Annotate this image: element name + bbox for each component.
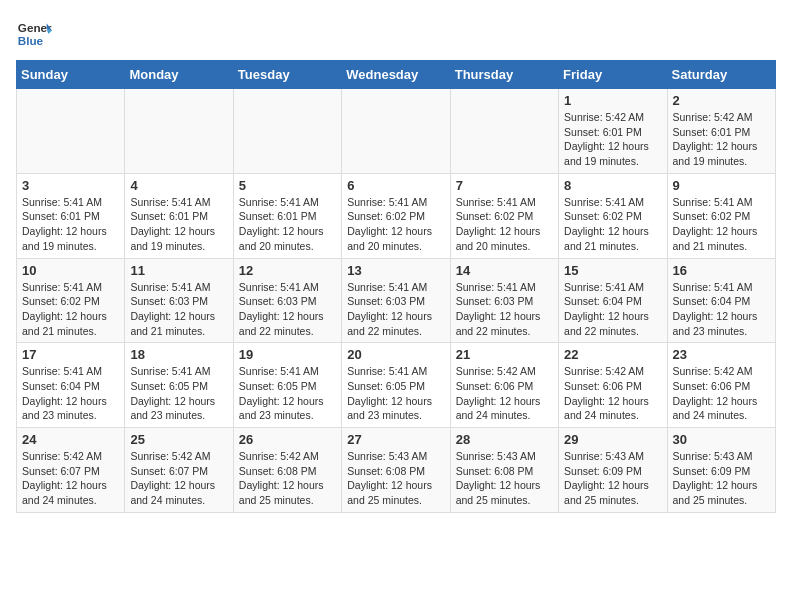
day-info: Sunrise: 5:42 AM Sunset: 6:01 PM Dayligh…: [564, 110, 661, 169]
day-cell-14: 14Sunrise: 5:41 AM Sunset: 6:03 PM Dayli…: [450, 258, 558, 343]
day-info: Sunrise: 5:41 AM Sunset: 6:03 PM Dayligh…: [130, 280, 227, 339]
day-number: 27: [347, 432, 444, 447]
day-cell-3: 3Sunrise: 5:41 AM Sunset: 6:01 PM Daylig…: [17, 173, 125, 258]
calendar-table: SundayMondayTuesdayWednesdayThursdayFrid…: [16, 60, 776, 513]
day-info: Sunrise: 5:41 AM Sunset: 6:02 PM Dayligh…: [347, 195, 444, 254]
day-cell-28: 28Sunrise: 5:43 AM Sunset: 6:08 PM Dayli…: [450, 428, 558, 513]
day-number: 16: [673, 263, 770, 278]
day-info: Sunrise: 5:41 AM Sunset: 6:01 PM Dayligh…: [130, 195, 227, 254]
day-info: Sunrise: 5:41 AM Sunset: 6:02 PM Dayligh…: [673, 195, 770, 254]
day-cell-20: 20Sunrise: 5:41 AM Sunset: 6:05 PM Dayli…: [342, 343, 450, 428]
day-info: Sunrise: 5:42 AM Sunset: 6:07 PM Dayligh…: [130, 449, 227, 508]
day-info: Sunrise: 5:42 AM Sunset: 6:06 PM Dayligh…: [673, 364, 770, 423]
day-cell-6: 6Sunrise: 5:41 AM Sunset: 6:02 PM Daylig…: [342, 173, 450, 258]
page-header: General Blue: [16, 16, 776, 52]
weekday-header-tuesday: Tuesday: [233, 61, 341, 89]
day-info: Sunrise: 5:41 AM Sunset: 6:01 PM Dayligh…: [22, 195, 119, 254]
day-cell-25: 25Sunrise: 5:42 AM Sunset: 6:07 PM Dayli…: [125, 428, 233, 513]
day-cell-24: 24Sunrise: 5:42 AM Sunset: 6:07 PM Dayli…: [17, 428, 125, 513]
day-info: Sunrise: 5:41 AM Sunset: 6:02 PM Dayligh…: [456, 195, 553, 254]
day-info: Sunrise: 5:41 AM Sunset: 6:04 PM Dayligh…: [22, 364, 119, 423]
day-cell-27: 27Sunrise: 5:43 AM Sunset: 6:08 PM Dayli…: [342, 428, 450, 513]
week-row-5: 24Sunrise: 5:42 AM Sunset: 6:07 PM Dayli…: [17, 428, 776, 513]
day-number: 14: [456, 263, 553, 278]
day-info: Sunrise: 5:41 AM Sunset: 6:05 PM Dayligh…: [239, 364, 336, 423]
day-info: Sunrise: 5:42 AM Sunset: 6:01 PM Dayligh…: [673, 110, 770, 169]
day-info: Sunrise: 5:42 AM Sunset: 6:06 PM Dayligh…: [456, 364, 553, 423]
day-number: 8: [564, 178, 661, 193]
day-number: 9: [673, 178, 770, 193]
day-number: 21: [456, 347, 553, 362]
empty-cell: [342, 89, 450, 174]
day-info: Sunrise: 5:41 AM Sunset: 6:02 PM Dayligh…: [564, 195, 661, 254]
day-cell-9: 9Sunrise: 5:41 AM Sunset: 6:02 PM Daylig…: [667, 173, 775, 258]
svg-text:Blue: Blue: [18, 34, 44, 47]
day-number: 18: [130, 347, 227, 362]
week-row-3: 10Sunrise: 5:41 AM Sunset: 6:02 PM Dayli…: [17, 258, 776, 343]
day-cell-19: 19Sunrise: 5:41 AM Sunset: 6:05 PM Dayli…: [233, 343, 341, 428]
day-number: 10: [22, 263, 119, 278]
day-number: 7: [456, 178, 553, 193]
day-number: 25: [130, 432, 227, 447]
day-cell-12: 12Sunrise: 5:41 AM Sunset: 6:03 PM Dayli…: [233, 258, 341, 343]
day-cell-17: 17Sunrise: 5:41 AM Sunset: 6:04 PM Dayli…: [17, 343, 125, 428]
day-cell-10: 10Sunrise: 5:41 AM Sunset: 6:02 PM Dayli…: [17, 258, 125, 343]
weekday-header-saturday: Saturday: [667, 61, 775, 89]
weekday-header-thursday: Thursday: [450, 61, 558, 89]
day-cell-13: 13Sunrise: 5:41 AM Sunset: 6:03 PM Dayli…: [342, 258, 450, 343]
weekday-header-sunday: Sunday: [17, 61, 125, 89]
day-info: Sunrise: 5:41 AM Sunset: 6:02 PM Dayligh…: [22, 280, 119, 339]
day-cell-11: 11Sunrise: 5:41 AM Sunset: 6:03 PM Dayli…: [125, 258, 233, 343]
day-info: Sunrise: 5:41 AM Sunset: 6:03 PM Dayligh…: [239, 280, 336, 339]
day-number: 26: [239, 432, 336, 447]
day-cell-16: 16Sunrise: 5:41 AM Sunset: 6:04 PM Dayli…: [667, 258, 775, 343]
logo: General Blue: [16, 16, 52, 52]
week-row-1: 1Sunrise: 5:42 AM Sunset: 6:01 PM Daylig…: [17, 89, 776, 174]
day-cell-30: 30Sunrise: 5:43 AM Sunset: 6:09 PM Dayli…: [667, 428, 775, 513]
day-info: Sunrise: 5:41 AM Sunset: 6:01 PM Dayligh…: [239, 195, 336, 254]
day-info: Sunrise: 5:41 AM Sunset: 6:03 PM Dayligh…: [456, 280, 553, 339]
day-number: 4: [130, 178, 227, 193]
day-number: 20: [347, 347, 444, 362]
day-cell-29: 29Sunrise: 5:43 AM Sunset: 6:09 PM Dayli…: [559, 428, 667, 513]
day-cell-18: 18Sunrise: 5:41 AM Sunset: 6:05 PM Dayli…: [125, 343, 233, 428]
logo-icon: General Blue: [16, 16, 52, 52]
day-info: Sunrise: 5:42 AM Sunset: 6:07 PM Dayligh…: [22, 449, 119, 508]
empty-cell: [233, 89, 341, 174]
day-number: 12: [239, 263, 336, 278]
empty-cell: [450, 89, 558, 174]
day-info: Sunrise: 5:43 AM Sunset: 6:09 PM Dayligh…: [564, 449, 661, 508]
day-info: Sunrise: 5:41 AM Sunset: 6:04 PM Dayligh…: [564, 280, 661, 339]
day-number: 11: [130, 263, 227, 278]
day-cell-4: 4Sunrise: 5:41 AM Sunset: 6:01 PM Daylig…: [125, 173, 233, 258]
week-row-2: 3Sunrise: 5:41 AM Sunset: 6:01 PM Daylig…: [17, 173, 776, 258]
day-number: 19: [239, 347, 336, 362]
day-cell-8: 8Sunrise: 5:41 AM Sunset: 6:02 PM Daylig…: [559, 173, 667, 258]
day-cell-7: 7Sunrise: 5:41 AM Sunset: 6:02 PM Daylig…: [450, 173, 558, 258]
weekday-header-row: SundayMondayTuesdayWednesdayThursdayFrid…: [17, 61, 776, 89]
day-number: 30: [673, 432, 770, 447]
day-number: 2: [673, 93, 770, 108]
day-cell-15: 15Sunrise: 5:41 AM Sunset: 6:04 PM Dayli…: [559, 258, 667, 343]
day-number: 1: [564, 93, 661, 108]
day-cell-2: 2Sunrise: 5:42 AM Sunset: 6:01 PM Daylig…: [667, 89, 775, 174]
day-info: Sunrise: 5:43 AM Sunset: 6:08 PM Dayligh…: [456, 449, 553, 508]
week-row-4: 17Sunrise: 5:41 AM Sunset: 6:04 PM Dayli…: [17, 343, 776, 428]
day-number: 28: [456, 432, 553, 447]
day-cell-26: 26Sunrise: 5:42 AM Sunset: 6:08 PM Dayli…: [233, 428, 341, 513]
day-cell-22: 22Sunrise: 5:42 AM Sunset: 6:06 PM Dayli…: [559, 343, 667, 428]
weekday-header-monday: Monday: [125, 61, 233, 89]
day-number: 13: [347, 263, 444, 278]
day-info: Sunrise: 5:41 AM Sunset: 6:03 PM Dayligh…: [347, 280, 444, 339]
day-cell-21: 21Sunrise: 5:42 AM Sunset: 6:06 PM Dayli…: [450, 343, 558, 428]
day-info: Sunrise: 5:41 AM Sunset: 6:04 PM Dayligh…: [673, 280, 770, 339]
empty-cell: [125, 89, 233, 174]
day-number: 23: [673, 347, 770, 362]
day-info: Sunrise: 5:42 AM Sunset: 6:06 PM Dayligh…: [564, 364, 661, 423]
day-number: 24: [22, 432, 119, 447]
day-info: Sunrise: 5:42 AM Sunset: 6:08 PM Dayligh…: [239, 449, 336, 508]
day-cell-5: 5Sunrise: 5:41 AM Sunset: 6:01 PM Daylig…: [233, 173, 341, 258]
day-number: 6: [347, 178, 444, 193]
day-number: 17: [22, 347, 119, 362]
day-number: 22: [564, 347, 661, 362]
